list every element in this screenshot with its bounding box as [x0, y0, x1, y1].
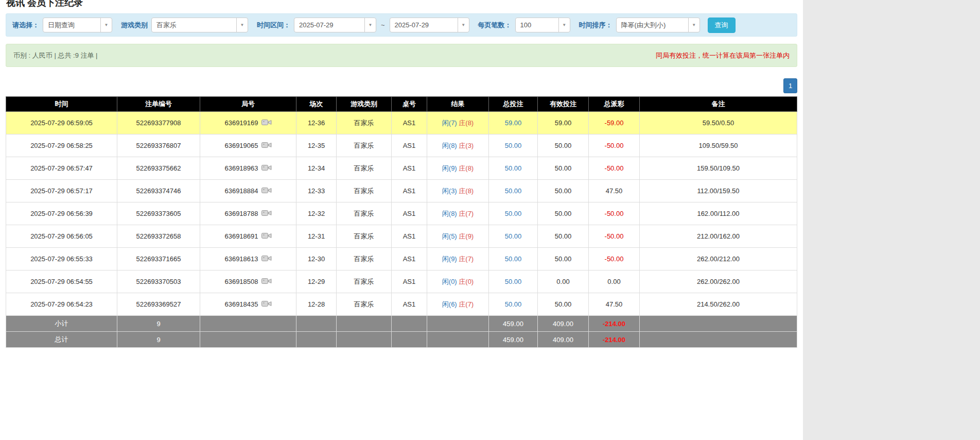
- cell-game-type: 百家乐: [337, 157, 392, 180]
- round-id: 636918691: [224, 232, 258, 240]
- table-row: 2025-07-29 06:59:05522693377908636919169…: [6, 112, 797, 134]
- video-replay-icon[interactable]: [261, 300, 272, 309]
- cell-valid-bet: 50.00: [538, 248, 589, 270]
- cell-payout: -50.00: [589, 157, 640, 180]
- cell-round: 636918613: [200, 248, 296, 270]
- total-count: 9: [117, 332, 200, 348]
- query-type-select[interactable]: 日期查询 ▼: [43, 18, 112, 32]
- cell-payout: -50.00: [589, 225, 640, 248]
- game-type-select[interactable]: 百家乐 ▼: [151, 18, 248, 32]
- video-replay-icon[interactable]: [261, 164, 272, 173]
- cell-time: 2025-07-29 06:59:05: [6, 112, 117, 134]
- subtotal-payout: -214.00: [589, 316, 640, 332]
- col-header-result: 结果: [427, 97, 489, 112]
- chevron-down-icon[interactable]: ▼: [688, 18, 699, 32]
- cell-session: 12-36: [296, 112, 337, 134]
- page-button-1[interactable]: 1: [783, 78, 797, 93]
- video-replay-icon[interactable]: [261, 141, 272, 150]
- cell-result: 闲(8) 庄(3): [427, 134, 489, 157]
- sort-select[interactable]: 降幂(由大到小) ▼: [616, 18, 700, 32]
- cell-game-type: 百家乐: [337, 270, 392, 293]
- round-id: 636918435: [224, 300, 258, 308]
- cell-total-bet[interactable]: 50.00: [489, 225, 538, 248]
- cell-bet-id: 522693369527: [117, 293, 200, 316]
- summary-currency-text: 币别 : 人民币 | 总共 :9 注单 |: [13, 51, 98, 60]
- date-from-select[interactable]: 2025-07-29 ▼: [294, 18, 376, 32]
- cell-result: 闲(6) 庄(7): [427, 293, 489, 316]
- cell-round: 636919169: [200, 112, 296, 134]
- video-replay-icon[interactable]: [261, 277, 272, 286]
- video-replay-icon[interactable]: [261, 255, 272, 264]
- col-header-table: 桌号: [392, 97, 427, 112]
- cell-note: 214.50/262.00: [640, 293, 797, 316]
- cell-table: AS1: [392, 293, 427, 316]
- summary-bar: 币别 : 人民币 | 总共 :9 注单 | 同局有效投注，统一计算在该局第一张注…: [6, 44, 797, 67]
- subtotal-label: 小计: [6, 316, 117, 332]
- cell-bet-id: 522693371665: [117, 248, 200, 270]
- cell-result: 闲(7) 庄(8): [427, 112, 489, 134]
- cell-total-bet[interactable]: 50.00: [489, 134, 538, 157]
- video-replay-icon[interactable]: [261, 209, 272, 218]
- chevron-down-icon[interactable]: ▼: [100, 18, 112, 32]
- cell-time: 2025-07-29 06:55:33: [6, 248, 117, 270]
- select-label: 请选择：: [12, 21, 39, 30]
- subtotal-row: 小计 9 459.00 409.00 -214.00: [6, 316, 797, 332]
- cell-bet-id: 522693377908: [117, 112, 200, 134]
- table-header-row: 时间 注单编号 局号 场次 游戏类别 桌号 结果 总投注 有效投注 总派彩 备注: [6, 97, 797, 112]
- cell-valid-bet: 50.00: [538, 134, 589, 157]
- cell-result: 闲(8) 庄(7): [427, 202, 489, 225]
- cell-table: AS1: [392, 270, 427, 293]
- cell-bet-id: 522693372658: [117, 225, 200, 248]
- video-replay-icon[interactable]: [261, 119, 272, 128]
- cell-result: 闲(9) 庄(8): [427, 157, 489, 180]
- cell-session: 12-29: [296, 270, 337, 293]
- game-type-label: 游戏类别: [121, 21, 148, 30]
- col-header-total-bet: 总投注: [489, 97, 538, 112]
- cell-total-bet[interactable]: 50.00: [489, 202, 538, 225]
- sort-label: 时间排序：: [579, 21, 612, 30]
- cell-payout: 47.50: [589, 180, 640, 202]
- cell-bet-id: 522693376807: [117, 134, 200, 157]
- date-range-separator: ~: [380, 21, 386, 29]
- table-row: 2025-07-29 06:55:33522693371665636918613…: [6, 248, 797, 270]
- cell-total-bet[interactable]: 59.00: [489, 112, 538, 134]
- result-banker: 庄(7): [459, 210, 474, 217]
- col-header-note: 备注: [640, 97, 797, 112]
- cell-total-bet[interactable]: 50.00: [489, 293, 538, 316]
- cell-game-type: 百家乐: [337, 248, 392, 270]
- cell-note: 212.00/162.00: [640, 225, 797, 248]
- summary-notice-text: 同局有效投注，统一计算在该局第一张注单内: [656, 51, 790, 60]
- date-from-value: 2025-07-29: [294, 21, 364, 29]
- col-header-time: 时间: [6, 97, 117, 112]
- search-button[interactable]: 查询: [708, 18, 736, 33]
- cell-game-type: 百家乐: [337, 202, 392, 225]
- col-header-payout: 总派彩: [589, 97, 640, 112]
- chevron-down-icon[interactable]: ▼: [364, 18, 376, 32]
- chevron-down-icon[interactable]: ▼: [558, 18, 570, 32]
- cell-round: 636919065: [200, 134, 296, 157]
- cell-payout: -50.00: [589, 202, 640, 225]
- result-player: 闲(8): [442, 210, 457, 217]
- cell-game-type: 百家乐: [337, 225, 392, 248]
- video-replay-icon[interactable]: [261, 232, 272, 241]
- cell-round: 636918435: [200, 293, 296, 316]
- chevron-down-icon[interactable]: ▼: [236, 18, 248, 32]
- cell-time: 2025-07-29 06:57:17: [6, 180, 117, 202]
- query-type-value: 日期查询: [43, 21, 100, 30]
- date-to-select[interactable]: 2025-07-29 ▼: [390, 18, 469, 32]
- cell-payout: 47.50: [589, 293, 640, 316]
- cell-total-bet[interactable]: 50.00: [489, 270, 538, 293]
- cell-result: 闲(3) 庄(8): [427, 180, 489, 202]
- cell-total-bet[interactable]: 50.00: [489, 180, 538, 202]
- col-header-session: 场次: [296, 97, 337, 112]
- per-page-select[interactable]: 100 ▼: [515, 18, 570, 32]
- cell-round: 636918963: [200, 157, 296, 180]
- chevron-down-icon[interactable]: ▼: [458, 18, 469, 32]
- cell-valid-bet: 50.00: [538, 157, 589, 180]
- cell-total-bet[interactable]: 50.00: [489, 248, 538, 270]
- cell-note: 262.00/212.00: [640, 248, 797, 270]
- table-row: 2025-07-29 06:56:05522693372658636918691…: [6, 225, 797, 248]
- video-replay-icon[interactable]: [261, 187, 272, 196]
- cell-total-bet[interactable]: 50.00: [489, 157, 538, 180]
- cell-result: 闲(9) 庄(7): [427, 248, 489, 270]
